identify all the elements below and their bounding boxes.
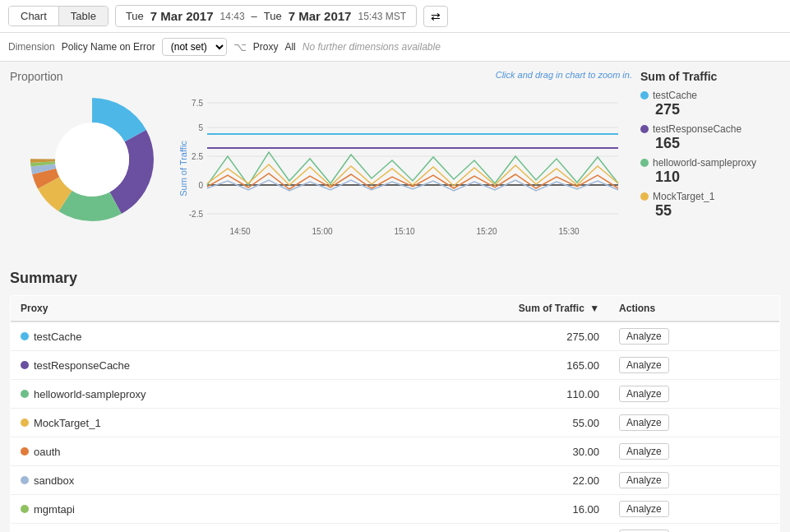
dimension-label: Dimension bbox=[8, 41, 55, 53]
traffic-column-header: Sum of Traffic ▼ bbox=[365, 296, 610, 322]
svg-text:15:30: 15:30 bbox=[558, 227, 579, 236]
filter-bar: Dimension Policy Name on Error (not set)… bbox=[0, 33, 790, 62]
analyze-button[interactable]: Analyze bbox=[619, 472, 669, 488]
legend-section: Sum of Traffic testCache 275 testRespons… bbox=[632, 70, 780, 253]
svg-text:14:50: 14:50 bbox=[229, 227, 250, 236]
proxy-name: testCache bbox=[34, 331, 82, 343]
policy-name-filter[interactable]: Policy Name on Error bbox=[62, 41, 155, 53]
table-row: testCache 275.00 Analyze bbox=[11, 322, 780, 351]
proxy-color-dot bbox=[21, 476, 29, 484]
svg-text:Sum of Traffic: Sum of Traffic bbox=[178, 141, 188, 197]
proxy-cell: sandbox bbox=[11, 466, 365, 495]
svg-text:15:00: 15:00 bbox=[312, 227, 332, 236]
start-day: Tue bbox=[126, 10, 144, 22]
summary-tbody: testCache 275.00 Analyze testResponseCac… bbox=[11, 322, 780, 532]
legend-title: Sum of Traffic bbox=[640, 70, 780, 83]
legend-item-name: testResponseCache bbox=[640, 123, 780, 135]
table-row: MockTarget_1 55.00 Analyze bbox=[11, 409, 780, 437]
legend-item-value: 55 bbox=[655, 202, 780, 220]
swap-button[interactable]: ⇄ bbox=[423, 6, 448, 27]
proxy-color-dot bbox=[21, 332, 29, 340]
proxy-cell: helloworld-sampleproxy bbox=[11, 380, 365, 409]
table-row: oauth 30.00 Analyze bbox=[11, 437, 780, 466]
actions-column-header: Actions bbox=[609, 296, 779, 322]
traffic-cell: 110.00 bbox=[365, 380, 610, 409]
traffic-cell: 275.00 bbox=[365, 322, 610, 351]
proxy-column-header: Proxy bbox=[11, 296, 365, 322]
table-row: testResponseCache 165.00 Analyze bbox=[11, 351, 780, 380]
table-row: sandbox 22.00 Analyze bbox=[11, 466, 780, 495]
donut-svg bbox=[22, 90, 162, 229]
actions-cell: Analyze bbox=[609, 524, 779, 533]
traffic-header-label: Sum of Traffic bbox=[519, 303, 584, 314]
end-date: 7 Mar 2017 bbox=[289, 9, 352, 23]
table-header-row: Proxy Sum of Traffic ▼ Actions bbox=[11, 296, 780, 322]
svg-text:15:10: 15:10 bbox=[394, 227, 414, 236]
proportion-section: Proportion bbox=[10, 70, 174, 253]
svg-text:-2.5: -2.5 bbox=[189, 210, 204, 219]
proxy-name: sandbox bbox=[34, 474, 74, 487]
proxy-name: oauth bbox=[34, 446, 61, 458]
main-content: Proportion Click and drag i bbox=[0, 62, 790, 532]
not-set-select[interactable]: (not set) bbox=[162, 38, 227, 56]
proxy-cell: testResponseCache bbox=[11, 351, 365, 380]
traffic-cell: 30.00 bbox=[365, 437, 610, 466]
top-bar: Chart Table Tue 7 Mar 2017 14:43 – Tue 7… bbox=[0, 0, 790, 33]
summary-title: Summary bbox=[10, 270, 780, 287]
proxy-color-dot bbox=[21, 361, 29, 369]
proxy-col: testResponseCache bbox=[21, 359, 355, 372]
legend-item-value: 110 bbox=[655, 169, 780, 186]
legend-item-value: 275 bbox=[655, 101, 780, 118]
analyze-button[interactable]: Analyze bbox=[619, 357, 669, 373]
svg-text:7.5: 7.5 bbox=[192, 99, 203, 108]
line-chart-section: Click and drag in chart to zoom in. Sum … bbox=[174, 70, 632, 253]
proxy-cell: MockTarget_2 bbox=[11, 524, 365, 533]
legend-items: testCache 275 testResponseCache 165 hell… bbox=[640, 90, 780, 220]
analyze-button[interactable]: Analyze bbox=[619, 443, 669, 460]
legend-item-name: helloworld-sampleproxy bbox=[640, 157, 780, 169]
zoom-hint: Click and drag in chart to zoom in. bbox=[496, 70, 632, 80]
analyze-button[interactable]: Analyze bbox=[619, 328, 669, 345]
actions-cell: Analyze bbox=[609, 437, 779, 466]
proxy-col: mgmtapi bbox=[21, 503, 355, 516]
proxy-filter[interactable]: Proxy bbox=[253, 41, 279, 53]
proxy-name: mgmtapi bbox=[34, 503, 75, 516]
proxy-cell: mgmtapi bbox=[11, 495, 365, 524]
date-range: Tue 7 Mar 2017 14:43 – Tue 7 Mar 2017 15… bbox=[115, 5, 417, 27]
actions-cell: Analyze bbox=[609, 466, 779, 495]
traffic-cell: 165.00 bbox=[365, 351, 610, 380]
svg-point-8 bbox=[55, 123, 129, 197]
svg-text:5: 5 bbox=[198, 123, 203, 132]
analyze-button[interactable]: Analyze bbox=[619, 414, 669, 431]
sort-icon: ▼ bbox=[589, 303, 599, 314]
actions-cell: Analyze bbox=[609, 351, 779, 380]
all-filter[interactable]: All bbox=[284, 41, 295, 53]
analyze-button[interactable]: Analyze bbox=[619, 386, 669, 402]
proportion-title: Proportion bbox=[10, 70, 174, 83]
proxy-col: testCache bbox=[21, 331, 355, 343]
proxy-name: testResponseCache bbox=[34, 359, 130, 372]
legend-item: helloworld-sampleproxy 110 bbox=[640, 157, 780, 186]
legend-item: testResponseCache 165 bbox=[640, 123, 780, 152]
line-chart-wrapper: Click and drag in chart to zoom in. Sum … bbox=[174, 70, 632, 253]
actions-cell: Analyze bbox=[609, 409, 779, 437]
proxy-color-dot bbox=[21, 390, 29, 398]
summary-section: Summary Proxy Sum of Traffic ▼ Actions t… bbox=[10, 270, 780, 532]
traffic-cell: 22.00 bbox=[365, 466, 610, 495]
traffic-cell: 16.00 bbox=[365, 495, 610, 524]
chart-tab[interactable]: Chart bbox=[9, 7, 59, 25]
proxy-col: oauth bbox=[21, 446, 355, 458]
proxy-col: sandbox bbox=[21, 474, 355, 487]
start-time: 14:43 bbox=[220, 11, 245, 22]
legend-item: testCache 275 bbox=[640, 90, 780, 118]
legend-dot bbox=[640, 159, 649, 167]
donut-chart bbox=[10, 90, 174, 229]
analyze-button[interactable]: Analyze bbox=[619, 501, 669, 517]
table-tab[interactable]: Table bbox=[59, 7, 108, 25]
proxy-color-dot bbox=[21, 505, 29, 513]
actions-cell: Analyze bbox=[609, 495, 779, 524]
legend-item-name: MockTarget_1 bbox=[640, 191, 780, 202]
tab-group: Chart Table bbox=[8, 6, 109, 26]
summary-table: Proxy Sum of Traffic ▼ Actions testCache… bbox=[10, 295, 780, 532]
filter-separator: ⌥ bbox=[233, 40, 247, 53]
